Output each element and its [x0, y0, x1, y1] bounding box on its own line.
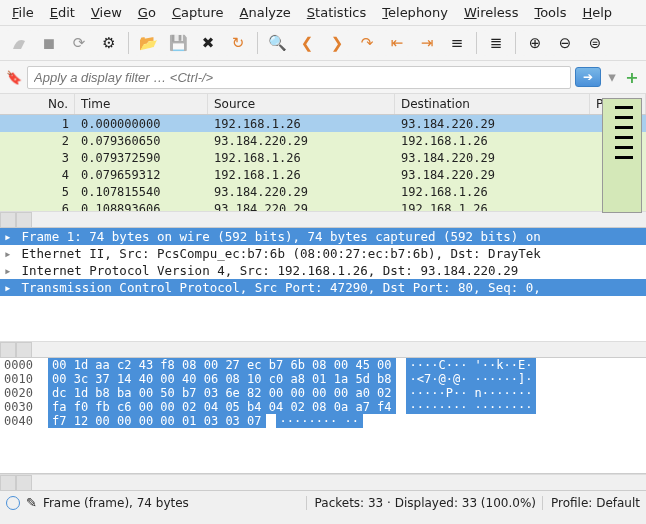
- detail-row[interactable]: ▸ Transmission Control Protocol, Src Por…: [0, 279, 646, 296]
- hex-row[interactable]: 0040f7 12 00 00 00 00 01 03 03 07·······…: [0, 414, 646, 428]
- menu-tools[interactable]: Tools: [526, 2, 574, 23]
- hex-row[interactable]: 0020dc 1d b8 ba 00 50 b7 03 6e 82 00 00 …: [0, 386, 646, 400]
- col-time[interactable]: Time: [75, 94, 208, 114]
- menu-help[interactable]: Help: [574, 2, 620, 23]
- autoscroll-icon[interactable]: ≡: [444, 30, 470, 56]
- menu-file[interactable]: File: [4, 2, 42, 23]
- menu-edit[interactable]: Edit: [42, 2, 83, 23]
- reload-icon[interactable]: ↻: [225, 30, 251, 56]
- main-toolbar: ◼ ⟳ ⚙ 📂 💾 ✖ ↻ 🔍 ❮ ❯ ↷ ⇤ ⇥ ≡ ≣ ⊕ ⊖ ⊜: [0, 26, 646, 61]
- colorize-icon[interactable]: ≣: [483, 30, 509, 56]
- separator: [128, 32, 129, 54]
- packet-row[interactable]: 10.000000000192.168.1.2693.184.220.29: [0, 115, 646, 132]
- detail-row[interactable]: ▸ Frame 1: 74 bytes on wire (592 bits), …: [0, 228, 646, 245]
- zoom-reset-icon[interactable]: ⊜: [582, 30, 608, 56]
- last-icon[interactable]: ⇥: [414, 30, 440, 56]
- h-scrollbar[interactable]: [0, 474, 646, 490]
- close-icon[interactable]: ✖: [195, 30, 221, 56]
- col-destination[interactable]: Destination: [395, 94, 590, 114]
- open-icon[interactable]: 📂: [135, 30, 161, 56]
- detail-row[interactable]: ▸ Ethernet II, Src: PcsCompu_ec:b7:6b (0…: [0, 245, 646, 262]
- zoom-out-icon[interactable]: ⊖: [552, 30, 578, 56]
- detail-row[interactable]: ▸ Internet Protocol Version 4, Src: 192.…: [0, 262, 646, 279]
- menu-view[interactable]: View: [83, 2, 130, 23]
- packet-list-pane: No. Time Source Destination P 10.0000000…: [0, 94, 646, 228]
- status-profile[interactable]: Profile: Default: [542, 496, 640, 510]
- menu-go[interactable]: Go: [130, 2, 164, 23]
- packet-row[interactable]: 50.10781554093.184.220.29192.168.1.26: [0, 183, 646, 200]
- capture-file-icon[interactable]: ✎: [26, 495, 37, 510]
- packet-row[interactable]: 60.10889360693.184.220.29192.168.1.26: [0, 200, 646, 211]
- stop-icon[interactable]: ◼: [36, 30, 62, 56]
- hex-row[interactable]: 001000 3c 37 14 40 00 40 06 08 10 c0 a8 …: [0, 372, 646, 386]
- first-icon[interactable]: ⇤: [384, 30, 410, 56]
- packet-details-pane[interactable]: ▸ Frame 1: 74 bytes on wire (592 bits), …: [0, 228, 646, 358]
- prev-icon[interactable]: ❮: [294, 30, 320, 56]
- packet-list-header[interactable]: No. Time Source Destination P: [0, 94, 646, 115]
- packet-row[interactable]: 30.079372590192.168.1.2693.184.220.29: [0, 149, 646, 166]
- menu-analyze[interactable]: Analyze: [232, 2, 299, 23]
- separator: [476, 32, 477, 54]
- expert-info-icon[interactable]: [6, 496, 20, 510]
- packet-row[interactable]: 20.07936065093.184.220.29192.168.1.26: [0, 132, 646, 149]
- hex-row[interactable]: 000000 1d aa c2 43 f8 08 00 27 ec b7 6b …: [0, 358, 646, 372]
- restart-icon[interactable]: ⟳: [66, 30, 92, 56]
- add-filter-button[interactable]: +: [623, 68, 641, 86]
- filter-bar: 🔖 ➔ ▾ +: [0, 61, 646, 94]
- apply-filter-button[interactable]: ➔: [575, 67, 601, 87]
- filter-dropdown-icon[interactable]: ▾: [605, 64, 619, 90]
- menu-capture[interactable]: Capture: [164, 2, 232, 23]
- display-filter-input[interactable]: [27, 66, 571, 89]
- packet-row[interactable]: 40.079659312192.168.1.2693.184.220.29: [0, 166, 646, 183]
- menu-statistics[interactable]: Statistics: [299, 2, 374, 23]
- h-scrollbar[interactable]: [0, 341, 646, 357]
- menu-wireless[interactable]: Wireless: [456, 2, 526, 23]
- bookmark-icon[interactable]: 🔖: [5, 68, 23, 86]
- find-icon[interactable]: 🔍: [264, 30, 290, 56]
- save-icon[interactable]: 💾: [165, 30, 191, 56]
- options-icon[interactable]: ⚙: [96, 30, 122, 56]
- packet-list-body[interactable]: 10.000000000192.168.1.2693.184.220.2920.…: [0, 115, 646, 211]
- separator: [515, 32, 516, 54]
- col-no[interactable]: No.: [0, 94, 75, 114]
- menu-bar: FileEditViewGoCaptureAnalyzeStatisticsTe…: [0, 0, 646, 26]
- packet-bytes-pane[interactable]: 000000 1d aa c2 43 f8 08 00 27 ec b7 6b …: [0, 358, 646, 474]
- shark-fin-icon[interactable]: [6, 30, 32, 56]
- jump-icon[interactable]: ↷: [354, 30, 380, 56]
- zoom-in-icon[interactable]: ⊕: [522, 30, 548, 56]
- status-packets: Packets: 33 · Displayed: 33 (100.0%): [306, 496, 536, 510]
- menu-telephony[interactable]: Telephony: [374, 2, 456, 23]
- h-scrollbar[interactable]: [0, 211, 646, 227]
- status-bar: ✎ Frame (frame), 74 bytes Packets: 33 · …: [0, 490, 646, 514]
- packet-diagram-minimap[interactable]: [602, 98, 642, 213]
- hex-row[interactable]: 0030fa f0 fb c6 00 00 02 04 05 b4 04 02 …: [0, 400, 646, 414]
- next-icon[interactable]: ❯: [324, 30, 350, 56]
- status-left: Frame (frame), 74 bytes: [43, 496, 189, 510]
- col-source[interactable]: Source: [208, 94, 395, 114]
- separator: [257, 32, 258, 54]
